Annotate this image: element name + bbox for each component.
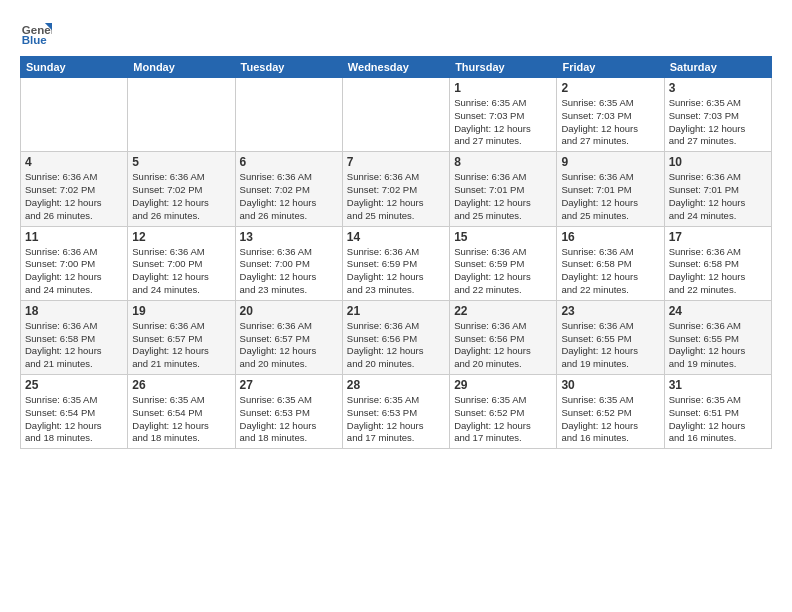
day-info: Sunrise: 6:36 AM Sunset: 7:01 PM Dayligh…: [454, 171, 552, 222]
day-info: Sunrise: 6:36 AM Sunset: 6:58 PM Dayligh…: [669, 246, 767, 297]
day-number: 8: [454, 155, 552, 169]
day-info: Sunrise: 6:35 AM Sunset: 7:03 PM Dayligh…: [561, 97, 659, 148]
calendar-cell: 9Sunrise: 6:36 AM Sunset: 7:01 PM Daylig…: [557, 152, 664, 226]
calendar-cell: 28Sunrise: 6:35 AM Sunset: 6:53 PM Dayli…: [342, 375, 449, 449]
calendar-cell: 5Sunrise: 6:36 AM Sunset: 7:02 PM Daylig…: [128, 152, 235, 226]
day-info: Sunrise: 6:35 AM Sunset: 6:52 PM Dayligh…: [561, 394, 659, 445]
day-info: Sunrise: 6:36 AM Sunset: 7:02 PM Dayligh…: [347, 171, 445, 222]
col-header-thursday: Thursday: [450, 57, 557, 78]
calendar-week-2: 4Sunrise: 6:36 AM Sunset: 7:02 PM Daylig…: [21, 152, 772, 226]
day-number: 4: [25, 155, 123, 169]
calendar-cell: 21Sunrise: 6:36 AM Sunset: 6:56 PM Dayli…: [342, 300, 449, 374]
calendar-cell: [235, 78, 342, 152]
day-number: 7: [347, 155, 445, 169]
calendar-cell: 2Sunrise: 6:35 AM Sunset: 7:03 PM Daylig…: [557, 78, 664, 152]
calendar-cell: 4Sunrise: 6:36 AM Sunset: 7:02 PM Daylig…: [21, 152, 128, 226]
day-number: 25: [25, 378, 123, 392]
day-number: 30: [561, 378, 659, 392]
day-number: 27: [240, 378, 338, 392]
day-info: Sunrise: 6:35 AM Sunset: 6:54 PM Dayligh…: [132, 394, 230, 445]
calendar-week-1: 1Sunrise: 6:35 AM Sunset: 7:03 PM Daylig…: [21, 78, 772, 152]
calendar-week-3: 11Sunrise: 6:36 AM Sunset: 7:00 PM Dayli…: [21, 226, 772, 300]
day-info: Sunrise: 6:36 AM Sunset: 6:55 PM Dayligh…: [561, 320, 659, 371]
calendar-cell: 11Sunrise: 6:36 AM Sunset: 7:00 PM Dayli…: [21, 226, 128, 300]
day-info: Sunrise: 6:36 AM Sunset: 7:02 PM Dayligh…: [240, 171, 338, 222]
day-info: Sunrise: 6:35 AM Sunset: 6:51 PM Dayligh…: [669, 394, 767, 445]
page-header: General Blue: [20, 16, 772, 48]
logo-icon: General Blue: [20, 16, 52, 48]
day-info: Sunrise: 6:35 AM Sunset: 6:52 PM Dayligh…: [454, 394, 552, 445]
calendar-cell: 24Sunrise: 6:36 AM Sunset: 6:55 PM Dayli…: [664, 300, 771, 374]
col-header-wednesday: Wednesday: [342, 57, 449, 78]
day-number: 21: [347, 304, 445, 318]
day-number: 31: [669, 378, 767, 392]
calendar-header-row: SundayMondayTuesdayWednesdayThursdayFrid…: [21, 57, 772, 78]
calendar-cell: 17Sunrise: 6:36 AM Sunset: 6:58 PM Dayli…: [664, 226, 771, 300]
day-info: Sunrise: 6:35 AM Sunset: 6:53 PM Dayligh…: [347, 394, 445, 445]
day-info: Sunrise: 6:36 AM Sunset: 7:00 PM Dayligh…: [240, 246, 338, 297]
calendar-table: SundayMondayTuesdayWednesdayThursdayFrid…: [20, 56, 772, 449]
calendar-cell: 10Sunrise: 6:36 AM Sunset: 7:01 PM Dayli…: [664, 152, 771, 226]
day-number: 6: [240, 155, 338, 169]
day-info: Sunrise: 6:36 AM Sunset: 7:02 PM Dayligh…: [25, 171, 123, 222]
day-info: Sunrise: 6:35 AM Sunset: 6:54 PM Dayligh…: [25, 394, 123, 445]
day-number: 17: [669, 230, 767, 244]
calendar-cell: 25Sunrise: 6:35 AM Sunset: 6:54 PM Dayli…: [21, 375, 128, 449]
calendar-cell: 26Sunrise: 6:35 AM Sunset: 6:54 PM Dayli…: [128, 375, 235, 449]
day-number: 10: [669, 155, 767, 169]
day-number: 20: [240, 304, 338, 318]
day-info: Sunrise: 6:36 AM Sunset: 7:00 PM Dayligh…: [25, 246, 123, 297]
calendar-cell: 16Sunrise: 6:36 AM Sunset: 6:58 PM Dayli…: [557, 226, 664, 300]
day-info: Sunrise: 6:36 AM Sunset: 6:56 PM Dayligh…: [454, 320, 552, 371]
day-info: Sunrise: 6:36 AM Sunset: 6:56 PM Dayligh…: [347, 320, 445, 371]
col-header-friday: Friday: [557, 57, 664, 78]
day-info: Sunrise: 6:36 AM Sunset: 6:59 PM Dayligh…: [454, 246, 552, 297]
day-number: 22: [454, 304, 552, 318]
col-header-sunday: Sunday: [21, 57, 128, 78]
day-info: Sunrise: 6:36 AM Sunset: 6:57 PM Dayligh…: [132, 320, 230, 371]
col-header-monday: Monday: [128, 57, 235, 78]
day-number: 28: [347, 378, 445, 392]
calendar-cell: 29Sunrise: 6:35 AM Sunset: 6:52 PM Dayli…: [450, 375, 557, 449]
calendar-cell: 13Sunrise: 6:36 AM Sunset: 7:00 PM Dayli…: [235, 226, 342, 300]
calendar-cell: 20Sunrise: 6:36 AM Sunset: 6:57 PM Dayli…: [235, 300, 342, 374]
day-info: Sunrise: 6:36 AM Sunset: 7:02 PM Dayligh…: [132, 171, 230, 222]
calendar-cell: 18Sunrise: 6:36 AM Sunset: 6:58 PM Dayli…: [21, 300, 128, 374]
day-info: Sunrise: 6:36 AM Sunset: 6:58 PM Dayligh…: [25, 320, 123, 371]
col-header-saturday: Saturday: [664, 57, 771, 78]
calendar-cell: 27Sunrise: 6:35 AM Sunset: 6:53 PM Dayli…: [235, 375, 342, 449]
calendar-cell: 14Sunrise: 6:36 AM Sunset: 6:59 PM Dayli…: [342, 226, 449, 300]
logo: General Blue: [20, 16, 58, 48]
day-number: 23: [561, 304, 659, 318]
day-number: 1: [454, 81, 552, 95]
day-info: Sunrise: 6:35 AM Sunset: 7:03 PM Dayligh…: [669, 97, 767, 148]
day-number: 19: [132, 304, 230, 318]
calendar-cell: 3Sunrise: 6:35 AM Sunset: 7:03 PM Daylig…: [664, 78, 771, 152]
day-number: 11: [25, 230, 123, 244]
col-header-tuesday: Tuesday: [235, 57, 342, 78]
day-number: 2: [561, 81, 659, 95]
day-info: Sunrise: 6:36 AM Sunset: 7:01 PM Dayligh…: [669, 171, 767, 222]
calendar-cell: 23Sunrise: 6:36 AM Sunset: 6:55 PM Dayli…: [557, 300, 664, 374]
svg-text:Blue: Blue: [22, 34, 48, 46]
calendar-cell: [128, 78, 235, 152]
day-number: 29: [454, 378, 552, 392]
day-info: Sunrise: 6:36 AM Sunset: 6:55 PM Dayligh…: [669, 320, 767, 371]
calendar-cell: 12Sunrise: 6:36 AM Sunset: 7:00 PM Dayli…: [128, 226, 235, 300]
day-info: Sunrise: 6:36 AM Sunset: 6:57 PM Dayligh…: [240, 320, 338, 371]
calendar-cell: 31Sunrise: 6:35 AM Sunset: 6:51 PM Dayli…: [664, 375, 771, 449]
day-info: Sunrise: 6:36 AM Sunset: 7:01 PM Dayligh…: [561, 171, 659, 222]
calendar-cell: [342, 78, 449, 152]
calendar-week-4: 18Sunrise: 6:36 AM Sunset: 6:58 PM Dayli…: [21, 300, 772, 374]
day-number: 14: [347, 230, 445, 244]
day-info: Sunrise: 6:36 AM Sunset: 6:58 PM Dayligh…: [561, 246, 659, 297]
calendar-cell: 6Sunrise: 6:36 AM Sunset: 7:02 PM Daylig…: [235, 152, 342, 226]
day-number: 13: [240, 230, 338, 244]
day-number: 18: [25, 304, 123, 318]
calendar-cell: 8Sunrise: 6:36 AM Sunset: 7:01 PM Daylig…: [450, 152, 557, 226]
day-info: Sunrise: 6:36 AM Sunset: 6:59 PM Dayligh…: [347, 246, 445, 297]
day-number: 24: [669, 304, 767, 318]
day-number: 3: [669, 81, 767, 95]
calendar-cell: 22Sunrise: 6:36 AM Sunset: 6:56 PM Dayli…: [450, 300, 557, 374]
day-number: 16: [561, 230, 659, 244]
